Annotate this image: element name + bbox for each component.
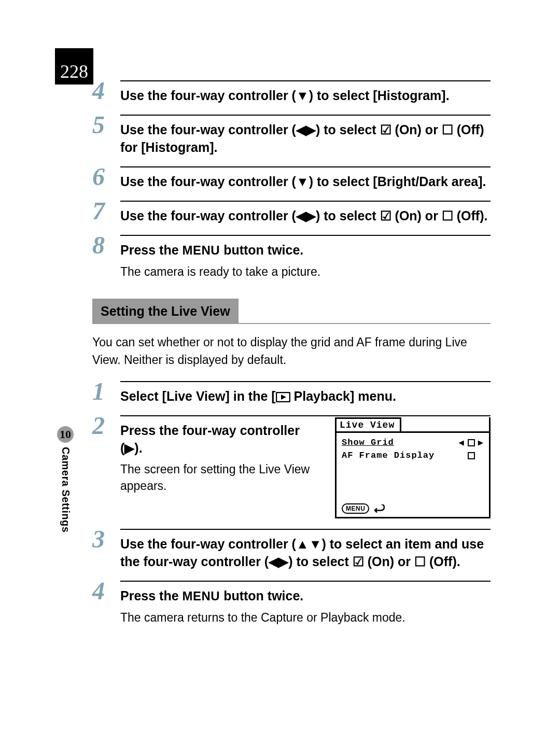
- step-text: Use the four-way controller (: [120, 537, 296, 551]
- left-right-arrow-icon: ◀▶: [269, 554, 288, 569]
- step-description: The camera is ready to take a picture.: [120, 263, 491, 280]
- down-arrow-icon: ▼: [296, 88, 309, 103]
- checked-box-icon: ☑: [380, 208, 391, 223]
- step-number: 3: [92, 529, 120, 550]
- up-down-arrow-icon: ▲▼: [296, 537, 322, 551]
- step-text: Press the: [120, 243, 183, 257]
- left-right-arrow-icon: ◀▶: [296, 122, 316, 137]
- step-number: 7: [92, 201, 120, 221]
- step-a-4: 4 Use the four-way controller (▼) to sel…: [92, 80, 491, 109]
- step-text: (On) or: [364, 554, 414, 569]
- return-icon: [373, 504, 385, 513]
- step-b-2: 2 Press the four-way controller (▶). The…: [92, 415, 491, 524]
- step-b-3: 3 Use the four-way controller (▲▼) to se…: [92, 529, 491, 575]
- step-text: ) to select [Histogram].: [309, 88, 450, 103]
- step-text: button twice.: [220, 588, 303, 603]
- chapter-title: Camera Settings: [60, 447, 72, 532]
- left-arrow-icon: ◀: [459, 437, 465, 448]
- step-number: 8: [92, 235, 120, 256]
- right-arrow-icon: ▶: [478, 437, 484, 448]
- svg-marker-1: [281, 395, 286, 400]
- step-text: Press the four-way controller (: [120, 423, 300, 455]
- section-title: Setting the Live View: [92, 299, 239, 324]
- step-text: (Off).: [426, 554, 460, 569]
- step-text: ) to select: [288, 554, 353, 569]
- step-text: Use the four-way controller (: [120, 122, 296, 137]
- checked-box-icon: ☑: [353, 554, 364, 569]
- step-text: ).: [134, 441, 142, 455]
- chapter-tab: 10 Camera Settings: [55, 426, 76, 582]
- step-text: Use the four-way controller (: [120, 88, 296, 103]
- menu-button-label: MENU: [183, 589, 220, 603]
- step-number: 2: [92, 415, 120, 436]
- left-right-arrow-icon: ◀▶: [296, 208, 316, 223]
- step-b-4: 4 Press the MENU button twice. The camer…: [92, 581, 491, 631]
- down-arrow-icon: ▼: [296, 174, 309, 189]
- step-number: 5: [92, 115, 120, 135]
- step-text: Press the: [120, 588, 183, 603]
- menu-button-label: MENU: [183, 243, 220, 257]
- unchecked-box-icon: ☐: [442, 122, 453, 137]
- page-number: 228: [55, 48, 93, 85]
- step-text: button twice.: [220, 243, 303, 257]
- step-text: (Off).: [453, 208, 488, 223]
- step-b-1: 1 Select [Live View] in the [ Playback] …: [92, 381, 491, 410]
- checked-box-icon: ☑: [380, 122, 391, 137]
- unchecked-box-icon: ☐: [414, 554, 426, 569]
- lcd-screenshot: Live View Show Grid ◀ ▶: [335, 417, 491, 518]
- step-description: The screen for setting the Live View app…: [120, 461, 325, 494]
- lcd-title-tab: Live View: [337, 419, 401, 431]
- unchecked-box-icon: [468, 452, 475, 459]
- step-text: (On) or: [391, 208, 442, 223]
- step-text: Use the four-way controller (: [120, 174, 296, 189]
- step-description: The camera returns to the Capture or Pla…: [120, 609, 491, 626]
- step-text: ) to select: [316, 208, 380, 223]
- lcd-row-af-frame-display: AF Frame Display ◀ ▶: [342, 449, 484, 462]
- section-intro: You can set whether or not to display th…: [92, 333, 491, 369]
- step-number: 1: [92, 381, 120, 402]
- chapter-number-badge: 10: [57, 426, 74, 443]
- lcd-row-label: Show Grid: [342, 438, 459, 447]
- menu-button-icon: MENU: [342, 503, 369, 514]
- section-heading: Setting the Live View: [92, 299, 491, 324]
- step-a-7: 7 Use the four-way controller (◀▶) to se…: [92, 201, 491, 230]
- step-a-5: 5 Use the four-way controller (◀▶) to se…: [92, 115, 491, 161]
- lcd-footer: MENU: [337, 501, 489, 517]
- unchecked-box-icon: ☐: [442, 208, 453, 223]
- step-number: 4: [92, 80, 120, 101]
- playback-icon: [276, 392, 290, 402]
- step-a-8: 8 Press the MENU button twice. The camer…: [92, 235, 491, 285]
- step-text: (On) or: [391, 122, 442, 137]
- step-number: 4: [92, 581, 120, 601]
- step-number: 6: [92, 166, 120, 187]
- right-arrow-icon: ▶: [124, 441, 134, 455]
- step-text: ) to select: [316, 122, 380, 137]
- unchecked-box-icon: [468, 439, 475, 446]
- step-a-6: 6 Use the four-way controller (▼) to sel…: [92, 166, 491, 195]
- step-text: Playback] menu.: [290, 389, 396, 403]
- step-text: Select [Live View] in the [: [120, 389, 276, 403]
- step-text: ) to select [Bright/Dark area].: [309, 174, 486, 189]
- step-text: Use the four-way controller (: [120, 208, 296, 223]
- lcd-row-show-grid: Show Grid ◀ ▶: [342, 436, 484, 449]
- lcd-row-label: AF Frame Display: [342, 451, 459, 460]
